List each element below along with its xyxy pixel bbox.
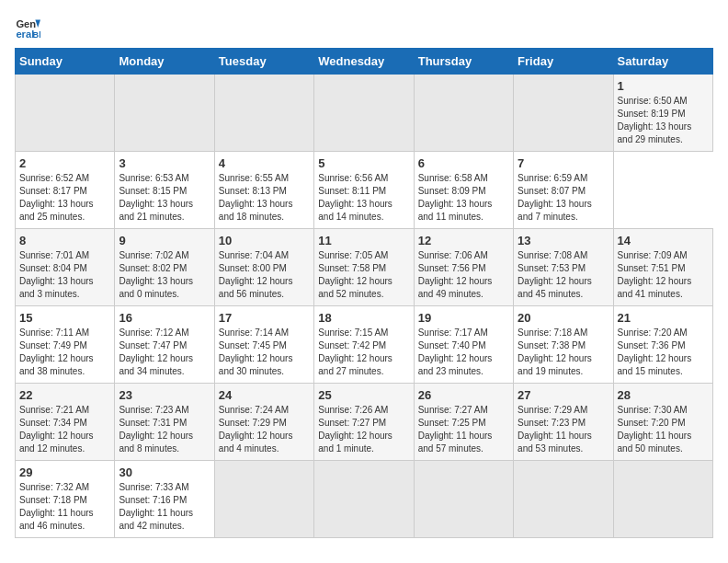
day-number: 9 bbox=[119, 234, 210, 247]
weekday-header-row: SundayMondayTuesdayWednesdayThursdayFrid… bbox=[16, 49, 713, 75]
cell-text: Sunrise: 7:06 AMSunset: 7:56 PMDaylight:… bbox=[418, 250, 493, 299]
calendar-cell bbox=[414, 75, 513, 152]
cell-text: Sunrise: 7:27 AMSunset: 7:25 PMDaylight:… bbox=[418, 405, 493, 454]
calendar-cell: 29Sunrise: 7:32 AMSunset: 7:18 PMDayligh… bbox=[16, 461, 115, 538]
cell-text: Sunrise: 7:11 AMSunset: 7:49 PMDaylight:… bbox=[19, 327, 94, 376]
cell-text: Sunrise: 7:09 AMSunset: 7:51 PMDaylight:… bbox=[618, 250, 692, 299]
page-header: Gen eral Blue bbox=[15, 15, 713, 40]
day-number: 1 bbox=[618, 79, 709, 93]
logo-icon: Gen eral Blue bbox=[15, 15, 40, 40]
day-number: 30 bbox=[119, 465, 210, 479]
calendar-cell: 14Sunrise: 7:09 AMSunset: 7:51 PMDayligh… bbox=[613, 229, 712, 306]
cell-text: Sunrise: 7:32 AMSunset: 7:18 PMDaylight:… bbox=[19, 482, 94, 531]
cell-text: Sunrise: 7:18 AMSunset: 7:38 PMDaylight:… bbox=[518, 327, 592, 376]
calendar-cell: 18Sunrise: 7:15 AMSunset: 7:42 PMDayligh… bbox=[314, 306, 414, 384]
calendar-cell: 11Sunrise: 7:05 AMSunset: 7:58 PMDayligh… bbox=[314, 229, 414, 306]
day-number: 17 bbox=[219, 311, 310, 325]
cell-text: Sunrise: 7:20 AMSunset: 7:36 PMDaylight:… bbox=[618, 327, 692, 376]
weekday-header-thursday: Thursday bbox=[414, 49, 513, 75]
calendar-cell bbox=[514, 461, 613, 538]
calendar-cell: 23Sunrise: 7:23 AMSunset: 7:31 PMDayligh… bbox=[115, 384, 214, 461]
day-number: 7 bbox=[518, 156, 609, 170]
calendar-cell: 24Sunrise: 7:24 AMSunset: 7:29 PMDayligh… bbox=[214, 384, 313, 461]
calendar-cell: 26Sunrise: 7:27 AMSunset: 7:25 PMDayligh… bbox=[414, 384, 513, 461]
day-number: 11 bbox=[318, 234, 409, 247]
day-number: 16 bbox=[119, 311, 210, 325]
cell-text: Sunrise: 7:26 AMSunset: 7:27 PMDaylight:… bbox=[318, 405, 392, 454]
day-number: 14 bbox=[618, 234, 709, 247]
weekday-header-tuesday: Tuesday bbox=[214, 49, 313, 75]
day-number: 19 bbox=[418, 311, 509, 325]
day-number: 23 bbox=[119, 388, 210, 402]
cell-text: Sunrise: 6:50 AMSunset: 8:19 PMDaylight:… bbox=[618, 96, 692, 144]
cell-text: Sunrise: 7:05 AMSunset: 7:58 PMDaylight:… bbox=[318, 250, 392, 299]
day-number: 22 bbox=[19, 388, 110, 402]
cell-text: Sunrise: 7:01 AMSunset: 8:04 PMDaylight:… bbox=[19, 250, 94, 299]
logo: Gen eral Blue bbox=[15, 15, 44, 40]
calendar-cell: 4Sunrise: 6:55 AMSunset: 8:13 PMDaylight… bbox=[214, 152, 313, 229]
day-number: 25 bbox=[318, 388, 409, 402]
calendar-cell: 17Sunrise: 7:14 AMSunset: 7:45 PMDayligh… bbox=[214, 306, 313, 384]
calendar-cell bbox=[414, 461, 513, 538]
calendar-table: SundayMondayTuesdayWednesdayThursdayFrid… bbox=[15, 48, 713, 538]
calendar-cell: 10Sunrise: 7:04 AMSunset: 8:00 PMDayligh… bbox=[214, 229, 313, 306]
calendar-week-4: 22Sunrise: 7:21 AMSunset: 7:34 PMDayligh… bbox=[16, 384, 713, 461]
day-number: 20 bbox=[518, 311, 609, 325]
day-number: 15 bbox=[19, 311, 110, 325]
cell-text: Sunrise: 6:59 AMSunset: 8:07 PMDaylight:… bbox=[518, 173, 592, 222]
cell-text: Sunrise: 7:23 AMSunset: 7:31 PMDaylight:… bbox=[119, 405, 193, 454]
day-number: 12 bbox=[418, 234, 509, 247]
calendar-cell: 7Sunrise: 6:59 AMSunset: 8:07 PMDaylight… bbox=[514, 152, 613, 229]
calendar-cell: 28Sunrise: 7:30 AMSunset: 7:20 PMDayligh… bbox=[613, 384, 712, 461]
day-number: 5 bbox=[318, 156, 409, 170]
cell-text: Sunrise: 7:04 AMSunset: 8:00 PMDaylight:… bbox=[219, 250, 293, 299]
calendar-cell: 8Sunrise: 7:01 AMSunset: 8:04 PMDaylight… bbox=[16, 229, 115, 306]
calendar-cell: 25Sunrise: 7:26 AMSunset: 7:27 PMDayligh… bbox=[314, 384, 414, 461]
calendar-week-5: 29Sunrise: 7:32 AMSunset: 7:18 PMDayligh… bbox=[16, 461, 713, 538]
svg-marker-2 bbox=[35, 20, 40, 28]
calendar-cell: 22Sunrise: 7:21 AMSunset: 7:34 PMDayligh… bbox=[16, 384, 115, 461]
calendar-cell: 15Sunrise: 7:11 AMSunset: 7:49 PMDayligh… bbox=[16, 306, 115, 384]
calendar-cell: 1Sunrise: 6:50 AMSunset: 8:19 PMDaylight… bbox=[613, 75, 712, 152]
cell-text: Sunrise: 7:15 AMSunset: 7:42 PMDaylight:… bbox=[318, 327, 392, 376]
calendar-cell: 12Sunrise: 7:06 AMSunset: 7:56 PMDayligh… bbox=[414, 229, 513, 306]
day-number: 24 bbox=[219, 388, 310, 402]
calendar-cell bbox=[214, 461, 313, 538]
day-number: 27 bbox=[518, 388, 609, 402]
day-number: 13 bbox=[518, 234, 609, 247]
weekday-header-sunday: Sunday bbox=[16, 49, 115, 75]
day-number: 10 bbox=[219, 234, 310, 247]
cell-text: Sunrise: 7:08 AMSunset: 7:53 PMDaylight:… bbox=[518, 250, 592, 299]
svg-text:eral: eral bbox=[16, 29, 34, 40]
calendar-cell: 13Sunrise: 7:08 AMSunset: 7:53 PMDayligh… bbox=[514, 229, 613, 306]
calendar-cell: 2Sunrise: 6:52 AMSunset: 8:17 PMDaylight… bbox=[16, 152, 115, 229]
calendar-cell bbox=[514, 75, 613, 152]
calendar-cell: 5Sunrise: 6:56 AMSunset: 8:11 PMDaylight… bbox=[314, 152, 414, 229]
calendar-week-1: 2Sunrise: 6:52 AMSunset: 8:17 PMDaylight… bbox=[16, 152, 713, 229]
calendar-cell: 19Sunrise: 7:17 AMSunset: 7:40 PMDayligh… bbox=[414, 306, 513, 384]
cell-text: Sunrise: 6:52 AMSunset: 8:17 PMDaylight:… bbox=[19, 173, 94, 222]
calendar-cell: 20Sunrise: 7:18 AMSunset: 7:38 PMDayligh… bbox=[514, 306, 613, 384]
calendar-week-2: 8Sunrise: 7:01 AMSunset: 8:04 PMDaylight… bbox=[16, 229, 713, 306]
calendar-cell bbox=[16, 75, 115, 152]
cell-text: Sunrise: 7:30 AMSunset: 7:20 PMDaylight:… bbox=[618, 405, 692, 454]
cell-text: Sunrise: 7:14 AMSunset: 7:45 PMDaylight:… bbox=[219, 327, 293, 376]
day-number: 21 bbox=[618, 311, 709, 325]
calendar-cell: 16Sunrise: 7:12 AMSunset: 7:47 PMDayligh… bbox=[115, 306, 214, 384]
day-number: 2 bbox=[19, 156, 110, 170]
day-number: 26 bbox=[418, 388, 509, 402]
calendar-cell: 3Sunrise: 6:53 AMSunset: 8:15 PMDaylight… bbox=[115, 152, 214, 229]
day-number: 29 bbox=[19, 465, 110, 479]
svg-text:Gen: Gen bbox=[16, 18, 36, 29]
calendar-cell bbox=[314, 75, 414, 152]
calendar-cell bbox=[314, 461, 414, 538]
day-number: 28 bbox=[618, 388, 709, 402]
cell-text: Sunrise: 6:53 AMSunset: 8:15 PMDaylight:… bbox=[119, 173, 193, 222]
cell-text: Sunrise: 7:21 AMSunset: 7:34 PMDaylight:… bbox=[19, 405, 94, 454]
weekday-header-monday: Monday bbox=[115, 49, 214, 75]
cell-text: Sunrise: 7:17 AMSunset: 7:40 PMDaylight:… bbox=[418, 327, 493, 376]
day-number: 6 bbox=[418, 156, 509, 170]
calendar-cell bbox=[115, 75, 214, 152]
weekday-header-friday: Friday bbox=[514, 49, 613, 75]
cell-text: Sunrise: 7:24 AMSunset: 7:29 PMDaylight:… bbox=[219, 405, 293, 454]
